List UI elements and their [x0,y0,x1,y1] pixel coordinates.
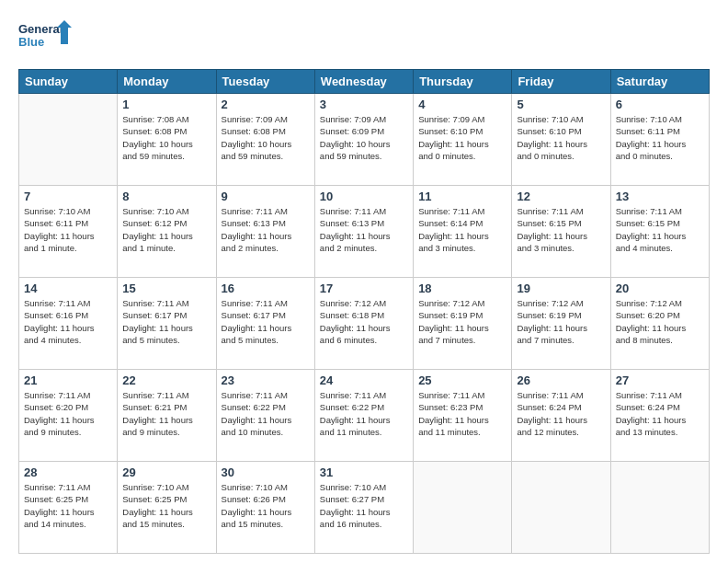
logo-svg: General Blue [18,18,74,60]
day-cell: 29Sunrise: 7:10 AMSunset: 6:25 PMDayligh… [118,462,216,554]
day-cell: 21Sunrise: 7:11 AMSunset: 6:20 PMDayligh… [19,370,118,462]
day-number: 6 [616,98,704,111]
day-number: 16 [222,282,310,295]
day-info: Sunrise: 7:11 AMSunset: 6:14 PMDaylight:… [418,205,506,254]
day-number: 8 [122,190,210,203]
day-info: Sunrise: 7:09 AMSunset: 6:09 PMDaylight:… [320,113,408,162]
day-number: 9 [222,190,310,203]
day-number: 20 [616,282,704,295]
day-cell [610,462,709,554]
day-info: Sunrise: 7:10 AMSunset: 6:25 PMDaylight:… [122,481,210,530]
day-info: Sunrise: 7:11 AMSunset: 6:13 PMDaylight:… [222,205,310,254]
day-info: Sunrise: 7:11 AMSunset: 6:23 PMDaylight:… [418,389,506,438]
day-cell: 11Sunrise: 7:11 AMSunset: 6:14 PMDayligh… [414,186,512,278]
day-number: 1 [122,98,210,111]
day-info: Sunrise: 7:11 AMSunset: 6:22 PMDaylight:… [320,389,408,438]
day-cell: 15Sunrise: 7:11 AMSunset: 6:17 PMDayligh… [118,278,216,370]
day-number: 28 [24,465,112,479]
svg-text:General: General [18,22,63,36]
day-cell: 2Sunrise: 7:09 AMSunset: 6:08 PMDaylight… [216,94,314,186]
day-info: Sunrise: 7:11 AMSunset: 6:21 PMDaylight:… [122,389,210,438]
header-wednesday: Wednesday [314,70,413,94]
day-info: Sunrise: 7:10 AMSunset: 6:11 PMDaylight:… [24,205,112,254]
day-info: Sunrise: 7:11 AMSunset: 6:20 PMDaylight:… [24,389,112,438]
day-cell: 8Sunrise: 7:10 AMSunset: 6:12 PMDaylight… [118,186,216,278]
day-info: Sunrise: 7:12 AMSunset: 6:19 PMDaylight:… [418,297,506,346]
week-row-5: 28Sunrise: 7:11 AMSunset: 6:25 PMDayligh… [19,462,710,554]
day-cell: 20Sunrise: 7:12 AMSunset: 6:20 PMDayligh… [610,278,709,370]
day-info: Sunrise: 7:09 AMSunset: 6:10 PMDaylight:… [418,113,506,162]
day-cell: 3Sunrise: 7:09 AMSunset: 6:09 PMDaylight… [314,94,413,186]
day-info: Sunrise: 7:11 AMSunset: 6:13 PMDaylight:… [320,205,408,254]
day-cell [19,94,118,186]
day-info: Sunrise: 7:11 AMSunset: 6:17 PMDaylight:… [122,297,210,346]
day-number: 31 [320,465,408,479]
day-number: 25 [418,373,506,387]
day-number: 24 [320,373,408,387]
day-cell: 1Sunrise: 7:08 AMSunset: 6:08 PMDaylight… [118,94,216,186]
day-info: Sunrise: 7:12 AMSunset: 6:18 PMDaylight:… [320,297,408,346]
day-info: Sunrise: 7:10 AMSunset: 6:10 PMDaylight:… [517,113,605,162]
day-info: Sunrise: 7:11 AMSunset: 6:24 PMDaylight:… [616,389,704,438]
day-number: 14 [24,282,112,295]
svg-text:Blue: Blue [18,35,44,49]
day-cell: 22Sunrise: 7:11 AMSunset: 6:21 PMDayligh… [118,370,216,462]
day-cell: 5Sunrise: 7:10 AMSunset: 6:10 PMDaylight… [512,94,610,186]
day-info: Sunrise: 7:11 AMSunset: 6:15 PMDaylight:… [616,205,704,254]
day-cell: 26Sunrise: 7:11 AMSunset: 6:24 PMDayligh… [512,370,610,462]
day-cell [414,462,512,554]
day-info: Sunrise: 7:12 AMSunset: 6:19 PMDaylight:… [517,297,605,346]
day-info: Sunrise: 7:11 AMSunset: 6:16 PMDaylight:… [24,297,112,346]
week-row-4: 21Sunrise: 7:11 AMSunset: 6:20 PMDayligh… [19,370,710,462]
day-info: Sunrise: 7:11 AMSunset: 6:17 PMDaylight:… [222,297,310,346]
weekday-header-row: Sunday Monday Tuesday Wednesday Thursday… [19,70,710,94]
day-info: Sunrise: 7:11 AMSunset: 6:25 PMDaylight:… [24,481,112,530]
day-cell: 14Sunrise: 7:11 AMSunset: 6:16 PMDayligh… [19,278,118,370]
day-info: Sunrise: 7:10 AMSunset: 6:27 PMDaylight:… [320,481,408,530]
header-sunday: Sunday [19,70,118,94]
day-cell: 25Sunrise: 7:11 AMSunset: 6:23 PMDayligh… [414,370,512,462]
day-number: 19 [517,282,605,295]
week-row-3: 14Sunrise: 7:11 AMSunset: 6:16 PMDayligh… [19,278,710,370]
day-number: 4 [418,98,506,111]
day-number: 18 [418,282,506,295]
logo: General Blue [18,18,74,60]
day-number: 15 [122,282,210,295]
week-row-1: 1Sunrise: 7:08 AMSunset: 6:08 PMDaylight… [19,94,710,186]
day-cell: 17Sunrise: 7:12 AMSunset: 6:18 PMDayligh… [314,278,413,370]
day-cell: 27Sunrise: 7:11 AMSunset: 6:24 PMDayligh… [610,370,709,462]
day-info: Sunrise: 7:11 AMSunset: 6:15 PMDaylight:… [517,205,605,254]
day-cell: 9Sunrise: 7:11 AMSunset: 6:13 PMDaylight… [216,186,314,278]
header-monday: Monday [118,70,216,94]
week-row-2: 7Sunrise: 7:10 AMSunset: 6:11 PMDaylight… [19,186,710,278]
day-number: 30 [222,465,310,479]
day-cell: 24Sunrise: 7:11 AMSunset: 6:22 PMDayligh… [314,370,413,462]
day-cell: 4Sunrise: 7:09 AMSunset: 6:10 PMDaylight… [414,94,512,186]
day-info: Sunrise: 7:08 AMSunset: 6:08 PMDaylight:… [122,113,210,162]
day-cell: 12Sunrise: 7:11 AMSunset: 6:15 PMDayligh… [512,186,610,278]
calendar-page: General Blue Sunday Monday Tuesday Wedne… [0,0,728,563]
day-info: Sunrise: 7:12 AMSunset: 6:20 PMDaylight:… [616,297,704,346]
header-thursday: Thursday [414,70,512,94]
day-cell [512,462,610,554]
day-cell: 28Sunrise: 7:11 AMSunset: 6:25 PMDayligh… [19,462,118,554]
header-friday: Friday [512,70,610,94]
day-number: 23 [222,373,310,387]
day-number: 2 [222,98,310,111]
day-number: 21 [24,373,112,387]
day-number: 5 [517,98,605,111]
day-info: Sunrise: 7:09 AMSunset: 6:08 PMDaylight:… [222,113,310,162]
day-cell: 18Sunrise: 7:12 AMSunset: 6:19 PMDayligh… [414,278,512,370]
calendar-table: Sunday Monday Tuesday Wednesday Thursday… [18,69,710,554]
day-cell: 23Sunrise: 7:11 AMSunset: 6:22 PMDayligh… [216,370,314,462]
day-number: 3 [320,98,408,111]
day-number: 12 [517,190,605,203]
day-cell: 6Sunrise: 7:10 AMSunset: 6:11 PMDaylight… [610,94,709,186]
day-info: Sunrise: 7:11 AMSunset: 6:22 PMDaylight:… [222,389,310,438]
day-number: 7 [24,190,112,203]
header: General Blue [18,18,710,60]
day-info: Sunrise: 7:10 AMSunset: 6:12 PMDaylight:… [122,205,210,254]
day-number: 22 [122,373,210,387]
header-tuesday: Tuesday [216,70,314,94]
day-info: Sunrise: 7:10 AMSunset: 6:11 PMDaylight:… [616,113,704,162]
